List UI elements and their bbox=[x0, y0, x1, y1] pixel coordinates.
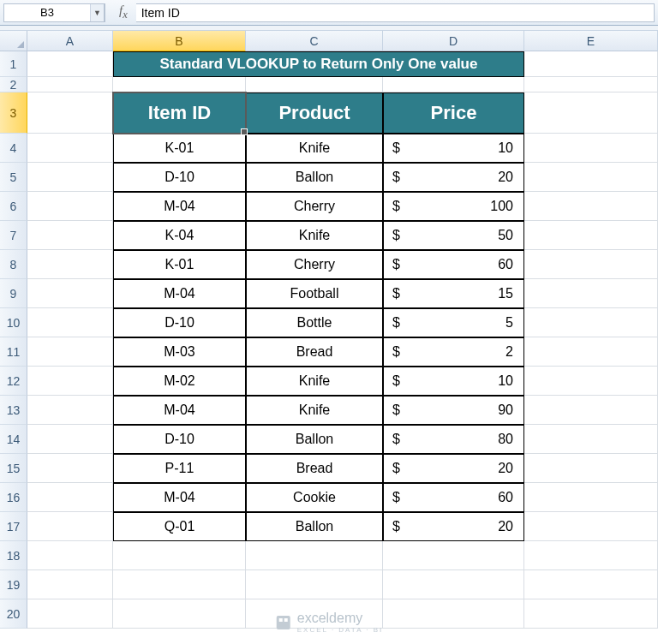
cell-C16[interactable]: Cookie bbox=[246, 483, 383, 512]
cells-area[interactable]: Standard VLOOKUP to Return Only One valu… bbox=[27, 51, 658, 629]
cell-D3[interactable]: Price bbox=[383, 92, 524, 134]
row-header-7[interactable]: 7 bbox=[0, 221, 27, 250]
name-box-dropdown[interactable]: ▼ bbox=[90, 4, 104, 21]
row-header-1[interactable]: 1 bbox=[0, 51, 27, 77]
cell-C11[interactable]: Bread bbox=[246, 337, 383, 367]
cell-C10[interactable]: Bottle bbox=[246, 308, 383, 337]
row-header-13[interactable]: 13 bbox=[0, 396, 27, 425]
cell-D5[interactable]: $20 bbox=[383, 163, 524, 192]
cell-E9[interactable] bbox=[524, 279, 658, 308]
cell-A7[interactable] bbox=[27, 221, 113, 250]
cell-A11[interactable] bbox=[27, 337, 113, 367]
cell-D7[interactable]: $50 bbox=[383, 221, 524, 250]
cell-E4[interactable] bbox=[524, 134, 658, 163]
cell-D10[interactable]: $5 bbox=[383, 308, 524, 337]
cell-A9[interactable] bbox=[27, 279, 113, 308]
row-header-17[interactable]: 17 bbox=[0, 512, 27, 541]
col-header-D[interactable]: D bbox=[383, 31, 524, 51]
cell-D11[interactable]: $2 bbox=[383, 337, 524, 367]
cell-C20[interactable] bbox=[246, 599, 383, 629]
cell-C17[interactable]: Ballon bbox=[246, 512, 383, 541]
cell-A17[interactable] bbox=[27, 512, 113, 541]
cell-A15[interactable] bbox=[27, 454, 113, 483]
cell-C2[interactable] bbox=[246, 77, 383, 92]
cell-A12[interactable] bbox=[27, 367, 113, 396]
col-header-C[interactable]: C bbox=[246, 31, 383, 51]
cell-B4[interactable]: K-01 bbox=[113, 134, 246, 163]
cell-C14[interactable]: Ballon bbox=[246, 425, 383, 454]
cell-C12[interactable]: Knife bbox=[246, 367, 383, 396]
cell-A5[interactable] bbox=[27, 163, 113, 192]
cell-B12[interactable]: M-02 bbox=[113, 367, 246, 396]
cell-B11[interactable]: M-03 bbox=[113, 337, 246, 367]
cell-A16[interactable] bbox=[27, 483, 113, 512]
cell-E12[interactable] bbox=[524, 367, 658, 396]
row-header-18[interactable]: 18 bbox=[0, 541, 27, 570]
cell-D19[interactable] bbox=[383, 570, 524, 599]
fx-icon[interactable]: fx bbox=[119, 3, 128, 21]
cell-B19[interactable] bbox=[113, 570, 246, 599]
cell-A6[interactable] bbox=[27, 192, 113, 221]
col-header-B[interactable]: B bbox=[113, 31, 246, 51]
cell-D9[interactable]: $15 bbox=[383, 279, 524, 308]
cell-D13[interactable]: $90 bbox=[383, 396, 524, 425]
cell-A19[interactable] bbox=[27, 570, 113, 599]
cell-D8[interactable]: $60 bbox=[383, 250, 524, 279]
row-header-6[interactable]: 6 bbox=[0, 192, 27, 221]
cell-C15[interactable]: Bread bbox=[246, 454, 383, 483]
cell-B8[interactable]: K-01 bbox=[113, 250, 246, 279]
cell-B6[interactable]: M-04 bbox=[113, 192, 246, 221]
cell-A18[interactable] bbox=[27, 541, 113, 570]
col-header-A[interactable]: A bbox=[27, 31, 113, 51]
name-box[interactable] bbox=[4, 4, 90, 21]
row-header-19[interactable]: 19 bbox=[0, 570, 27, 599]
cell-B14[interactable]: D-10 bbox=[113, 425, 246, 454]
cell-E15[interactable] bbox=[524, 454, 658, 483]
cell-B16[interactable]: M-04 bbox=[113, 483, 246, 512]
cell-D6[interactable]: $100 bbox=[383, 192, 524, 221]
row-header-20[interactable]: 20 bbox=[0, 599, 27, 629]
cell-B10[interactable]: D-10 bbox=[113, 308, 246, 337]
cell-B15[interactable]: P-11 bbox=[113, 454, 246, 483]
cell-D4[interactable]: $10 bbox=[383, 134, 524, 163]
cell-E20[interactable] bbox=[524, 599, 658, 629]
col-header-E[interactable]: E bbox=[524, 31, 658, 51]
cell-A10[interactable] bbox=[27, 308, 113, 337]
cell-E10[interactable] bbox=[524, 308, 658, 337]
cell-B13[interactable]: M-04 bbox=[113, 396, 246, 425]
cell-B1[interactable]: Standard VLOOKUP to Return Only One valu… bbox=[113, 51, 524, 77]
cell-A14[interactable] bbox=[27, 425, 113, 454]
cell-E11[interactable] bbox=[524, 337, 658, 367]
cell-A13[interactable] bbox=[27, 396, 113, 425]
cell-D17[interactable]: $20 bbox=[383, 512, 524, 541]
row-header-11[interactable]: 11 bbox=[0, 337, 27, 367]
cell-C13[interactable]: Knife bbox=[246, 396, 383, 425]
formula-input[interactable] bbox=[136, 3, 655, 22]
cell-A8[interactable] bbox=[27, 250, 113, 279]
cell-C9[interactable]: Football bbox=[246, 279, 383, 308]
row-header-10[interactable]: 10 bbox=[0, 308, 27, 337]
cell-C5[interactable]: Ballon bbox=[246, 163, 383, 192]
cell-E18[interactable] bbox=[524, 541, 658, 570]
cell-A20[interactable] bbox=[27, 599, 113, 629]
cell-A2[interactable] bbox=[27, 77, 113, 92]
select-all-corner[interactable] bbox=[0, 31, 27, 51]
cell-E17[interactable] bbox=[524, 512, 658, 541]
row-header-4[interactable]: 4 bbox=[0, 134, 27, 163]
cell-D2[interactable] bbox=[383, 77, 524, 92]
cell-B18[interactable] bbox=[113, 541, 246, 570]
cell-E8[interactable] bbox=[524, 250, 658, 279]
cell-E13[interactable] bbox=[524, 396, 658, 425]
cell-B3[interactable]: Item ID bbox=[113, 92, 246, 134]
cell-B2[interactable] bbox=[113, 77, 246, 92]
cell-C19[interactable] bbox=[246, 570, 383, 599]
cell-D20[interactable] bbox=[383, 599, 524, 629]
row-header-12[interactable]: 12 bbox=[0, 367, 27, 396]
cell-A3[interactable] bbox=[27, 92, 113, 134]
cell-E1[interactable] bbox=[524, 51, 658, 77]
cell-C7[interactable]: Knife bbox=[246, 221, 383, 250]
cell-D12[interactable]: $10 bbox=[383, 367, 524, 396]
row-header-16[interactable]: 16 bbox=[0, 483, 27, 512]
cell-E19[interactable] bbox=[524, 570, 658, 599]
cell-E3[interactable] bbox=[524, 92, 658, 134]
